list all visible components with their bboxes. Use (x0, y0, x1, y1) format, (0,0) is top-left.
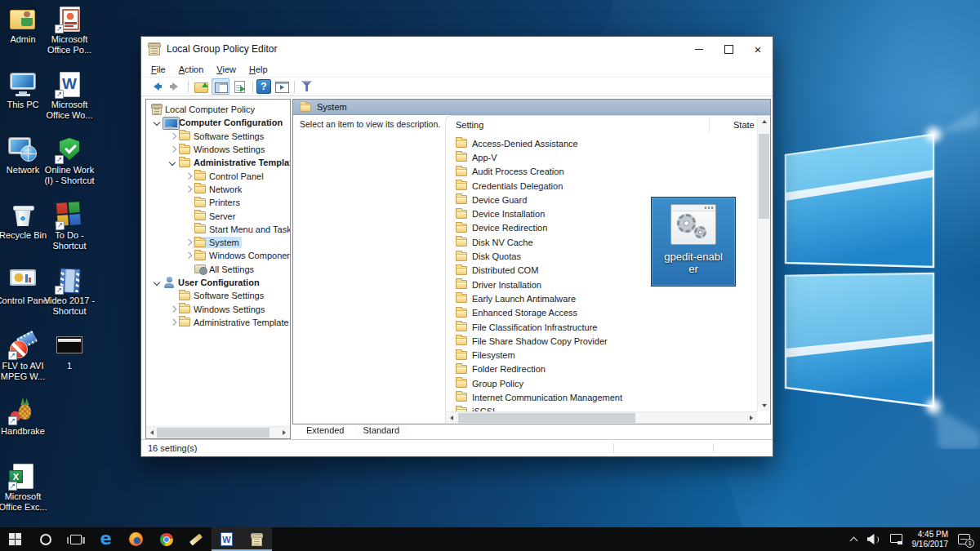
tree-item-software-settings[interactable]: Software Settings (146, 130, 290, 143)
help-button[interactable]: ? (256, 79, 271, 94)
tab-extended[interactable]: Extended (295, 424, 355, 437)
setting-item-file-classification-infrastructure[interactable]: File Classification Infrastructure (446, 320, 757, 334)
chevron-right-icon[interactable] (168, 318, 178, 327)
scroll-right-arrow-icon[interactable] (745, 412, 757, 424)
desktop-icon-handbrake[interactable]: ↗Handbrake (0, 397, 52, 437)
setting-item-enhanced-storage-access[interactable]: Enhanced Storage Access (446, 306, 757, 320)
setting-item-audit-process-creation[interactable]: Audit Process Creation (446, 165, 757, 179)
tree-item-server[interactable]: Server (146, 209, 290, 222)
tree-item-control-panel[interactable]: Control Panel (146, 169, 290, 182)
tree-item-network[interactable]: Network (146, 183, 290, 196)
scroll-left-arrow-icon[interactable] (446, 412, 458, 424)
console-tree-pane[interactable]: Local Computer PolicyComputer Configurat… (145, 99, 291, 439)
tree-horizontal-scrollbar[interactable] (146, 426, 290, 438)
chevron-right-icon[interactable] (184, 172, 194, 180)
desktop-icon-to-do-shortcut[interactable]: ↗To Do - Shortcut (40, 201, 99, 251)
chevron-down-icon[interactable] (153, 118, 163, 127)
tree-item-administrative-template[interactable]: Administrative Template (146, 156, 290, 169)
tree-item-local-computer-policy[interactable]: Local Computer Policy (146, 103, 290, 116)
state-column-header[interactable]: State (733, 120, 755, 130)
setting-item-access-denied-assistance[interactable]: Access-Denied Assistance (446, 136, 757, 150)
taskbar-firefox-button[interactable] (121, 527, 151, 551)
desktop-icon-microsoft-office-po[interactable]: ↗Microsoft Office Po... (40, 5, 99, 56)
desktop-icon-online-work-i-shortcut[interactable]: ↗Online Work (I) - Shortcut (40, 136, 99, 186)
setting-item-file-share-shadow-copy-provider[interactable]: File Share Shadow Copy Provider (446, 334, 757, 348)
show-console-tree-button[interactable] (212, 78, 229, 95)
column-separator[interactable] (709, 118, 710, 132)
scrollbar-thumb[interactable] (759, 134, 769, 219)
chevron-down-icon[interactable] (153, 278, 163, 287)
tree-item-windows-componer[interactable]: Windows Componer (146, 249, 290, 262)
desktop-icon-microsoft-office-wo[interactable]: W↗Microsoft Office Wo... (40, 70, 99, 121)
up-level-button[interactable] (192, 78, 210, 95)
taskbar-gpedit-button[interactable] (242, 527, 272, 551)
gpedit-enabler-shortcut[interactable]: gpedit-enabl er (651, 197, 736, 287)
filter-button[interactable] (298, 78, 316, 95)
tree-item-windows-settings[interactable]: Windows Settings (146, 143, 290, 156)
setting-item-app-v[interactable]: App-V (446, 150, 757, 164)
clock[interactable]: 4:45 PM 9/16/2017 (912, 530, 949, 549)
tree-item-printers[interactable]: Printers (146, 196, 290, 209)
setting-item-group-policy[interactable]: Group Policy (446, 376, 757, 390)
chevron-right-icon[interactable] (168, 132, 178, 140)
chevron-right-icon[interactable] (184, 238, 194, 247)
chevron-down-icon[interactable] (168, 158, 178, 167)
scroll-up-arrow-icon[interactable] (758, 116, 770, 128)
setting-item-filesystem[interactable]: Filesystem (446, 348, 757, 362)
menu-action[interactable]: Action (172, 63, 211, 76)
chevron-right-icon[interactable] (168, 305, 178, 313)
chevron-right-icon[interactable] (168, 145, 178, 153)
setting-item-internet-communication-management[interactable]: Internet Communication Management (446, 390, 757, 404)
volume-icon[interactable] (867, 534, 880, 544)
tree-item-windows-settings[interactable]: Windows Settings (146, 302, 290, 315)
title-bar[interactable]: Local Group Policy Editor × (141, 37, 773, 61)
menu-file[interactable]: File (145, 63, 172, 76)
forward-button[interactable] (167, 78, 185, 95)
taskbar-start-button[interactable] (0, 527, 30, 551)
tree-item-user-configuration[interactable]: User Configuration (146, 276, 290, 289)
show-action-pane-button[interactable] (273, 78, 291, 95)
close-button[interactable]: × (743, 37, 773, 61)
taskbar-task-view-button[interactable] (60, 527, 91, 551)
network-icon[interactable] (890, 534, 902, 544)
taskbar-pen-app-button[interactable] (181, 527, 212, 551)
taskbar-word-button[interactable]: W (212, 527, 242, 551)
scrollbar-thumb[interactable] (157, 428, 270, 438)
scroll-right-arrow-icon[interactable] (278, 427, 290, 438)
setting-item-label: Driver Installation (472, 280, 541, 290)
icon-letter: e (100, 531, 111, 548)
tree-item-label: Computer Configuration (179, 118, 283, 127)
tab-standard[interactable]: Standard (351, 424, 411, 437)
tree-item-start-menu-and-taskl[interactable]: Start Menu and Taskl (146, 223, 290, 236)
taskbar-chrome-button[interactable] (151, 527, 181, 551)
maximize-button[interactable] (714, 37, 743, 61)
export-list-button[interactable] (231, 78, 249, 95)
desktop-icon-microsoft-office-exc[interactable]: X↗Microsoft Office Exc... (0, 462, 52, 513)
chevron-right-icon[interactable] (184, 185, 194, 193)
list-vertical-scrollbar[interactable] (757, 116, 770, 411)
tree-item-system[interactable]: System (146, 236, 290, 249)
desktop-icon-video-2017-shortcut[interactable]: ↗Video 2017 - Shortcut (40, 266, 99, 317)
tree-item-all-settings[interactable]: All Settings (146, 263, 290, 276)
taskbar-edge-button[interactable]: e (91, 527, 121, 551)
back-button[interactable] (147, 78, 165, 95)
tree-item-software-settings[interactable]: Software Settings (146, 289, 290, 302)
setting-item-credentials-delegation[interactable]: Credentials Delegation (446, 179, 757, 193)
menu-view[interactable]: View (210, 63, 243, 76)
action-center-icon[interactable]: 1 (958, 534, 970, 544)
scroll-down-arrow-icon[interactable] (758, 399, 770, 411)
tree-item-administrative-template[interactable]: Administrative Template (146, 316, 290, 329)
tree-item-label: Local Computer Policy (165, 104, 255, 114)
desktop-icon-1[interactable]: 1 (40, 331, 99, 371)
menu-help[interactable]: Help (243, 63, 274, 76)
setting-item-folder-redirection[interactable]: Folder Redirection (446, 362, 757, 376)
list-horizontal-scrollbar[interactable] (446, 411, 757, 424)
minimize-button[interactable] (684, 37, 714, 61)
tree-item-computer-configuration[interactable]: Computer Configuration (146, 116, 290, 129)
setting-item-early-launch-antimalware[interactable]: Early Launch Antimalware (446, 291, 757, 305)
taskbar-cortana-button[interactable] (30, 527, 60, 551)
scrollbar-thumb[interactable] (458, 413, 635, 423)
chevron-right-icon[interactable] (184, 251, 194, 260)
hidden-icons-chevron-icon[interactable] (850, 535, 858, 543)
setting-column-header[interactable]: Setting (446, 120, 483, 130)
